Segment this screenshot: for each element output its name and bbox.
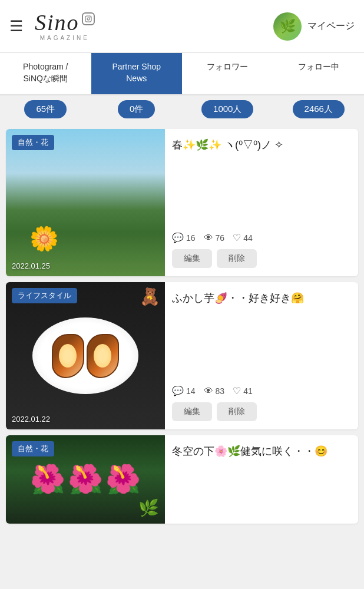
svg-point-2 xyxy=(90,17,91,18)
post-stats-1: 💬 16 👁 76 ♡ 44 xyxy=(172,232,351,243)
view-count-2: 83 xyxy=(216,386,225,396)
count-photogram: 65件 xyxy=(0,95,91,123)
edit-button-2[interactable]: 編集 xyxy=(172,402,212,421)
comment-count-2: 14 xyxy=(186,386,196,396)
tab-partner[interactable]: Partner ShopNews xyxy=(91,53,183,94)
potato-plate xyxy=(32,317,138,394)
post-content-3: 冬空の下🌸🌿健気に咲く・・😊 xyxy=(165,435,358,524)
post-title-3: 冬空の下🌸🌿健気に咲く・・😊 xyxy=(172,444,351,515)
post-actions-1: 編集 削除 xyxy=(172,249,351,268)
count-follower: 1000人 xyxy=(182,95,273,123)
flower-1: 🌺 xyxy=(30,463,65,496)
logo-row: Sino xyxy=(35,11,95,34)
leaf-icon: 🌿 xyxy=(138,498,159,518)
edit-button-1[interactable]: 編集 xyxy=(172,249,212,268)
flower-2: 🌺 xyxy=(68,463,103,496)
comment-icon-1: 💬 xyxy=(172,232,184,243)
tabs: Photogram /SiNQな瞬間 Partner ShopNews フォロワ… xyxy=(0,53,364,95)
post-category-2: ライフスタイル xyxy=(12,288,77,303)
flower-3: 🌺 xyxy=(105,463,141,496)
potato-piece-1 xyxy=(52,334,84,378)
header-left: ☰ Sino MAGAZINE xyxy=(9,11,95,41)
comment-count-1: 16 xyxy=(186,233,196,243)
post-image-2: 🧸 xyxy=(6,282,165,429)
instagram-icon xyxy=(82,12,95,25)
delete-button-2[interactable]: 削除 xyxy=(217,402,257,421)
post-actions-2: 編集 削除 xyxy=(172,402,351,421)
counts-row: 65件 0件 1000人 2466人 xyxy=(0,95,364,123)
post-category-1: 自然・花 xyxy=(12,135,54,150)
photogram-count: 65件 xyxy=(24,100,67,118)
logo-area: Sino MAGAZINE xyxy=(35,11,95,41)
post-card-3: 自然・花 🌺 🌺 🌺 🌿 冬空の下🌸🌿健気に咲く・・😊 xyxy=(6,435,358,524)
my-page-link[interactable]: 🌿 マイページ xyxy=(273,12,355,41)
like-count-1: 44 xyxy=(243,233,253,243)
view-count-1: 76 xyxy=(216,233,225,243)
like-stat-1: ♡ 44 xyxy=(233,232,253,243)
svg-point-1 xyxy=(87,18,90,20)
delete-button-1[interactable]: 削除 xyxy=(217,249,257,268)
like-icon-2: ♡ xyxy=(233,385,241,396)
hamburger-icon[interactable]: ☰ xyxy=(9,17,23,35)
tab-following[interactable]: フォロー中 xyxy=(273,53,365,94)
post-image-wrap-3: 自然・花 🌺 🌺 🌺 🌿 xyxy=(6,435,165,524)
my-page-label: マイページ xyxy=(307,20,355,32)
like-icon-1: ♡ xyxy=(233,232,241,243)
post-category-3: 自然・花 xyxy=(12,441,54,456)
post-image-wrap-1: 自然・花 2022.01.25 xyxy=(6,129,165,276)
post-date-1: 2022.01.25 xyxy=(12,262,50,270)
comment-icon-2: 💬 xyxy=(172,385,184,396)
comment-stat-2: 💬 14 xyxy=(172,385,196,396)
post-title-2: ふかし芋🍠・・好き好き🤗 xyxy=(172,290,351,379)
post-content-2: ふかし芋🍠・・好き好き🤗 💬 14 👁 83 ♡ 41 編集 削除 xyxy=(165,282,358,429)
post-stats-2: 💬 14 👁 83 ♡ 41 xyxy=(172,385,351,396)
posts-container: 自然・花 2022.01.25 春✨🌿✨ ヽ(⁰▽⁰)ノ ✧ 💬 16 👁 76… xyxy=(0,123,364,530)
view-icon-1: 👁 xyxy=(204,233,213,243)
like-count-2: 41 xyxy=(243,386,253,396)
potato-piece-2 xyxy=(87,334,119,378)
magazine-label: MAGAZINE xyxy=(40,35,90,41)
view-icon-2: 👁 xyxy=(204,386,213,396)
post-content-1: 春✨🌿✨ ヽ(⁰▽⁰)ノ ✧ 💬 16 👁 76 ♡ 44 編集 削除 xyxy=(165,129,358,276)
post-date-2: 2022.01.22 xyxy=(12,415,50,423)
svg-rect-0 xyxy=(85,16,91,22)
post-card-2: ライフスタイル 🧸 2022.01.22 ふかし芋🍠・・好き好き🤗 💬 14 👁 xyxy=(6,282,358,429)
partner-count: 0件 xyxy=(118,100,155,118)
post-image-wrap-2: ライフスタイル 🧸 2022.01.22 xyxy=(6,282,165,429)
like-stat-2: ♡ 41 xyxy=(233,385,253,396)
avatar: 🌿 xyxy=(273,12,302,41)
post-title-1: 春✨🌿✨ ヽ(⁰▽⁰)ノ ✧ xyxy=(172,137,351,226)
tab-photogram[interactable]: Photogram /SiNQな瞬間 xyxy=(0,53,91,94)
count-following: 2466人 xyxy=(273,95,365,123)
post-card-1: 自然・花 2022.01.25 春✨🌿✨ ヽ(⁰▽⁰)ノ ✧ 💬 16 👁 76… xyxy=(6,129,358,276)
logo-text: Sino xyxy=(35,11,80,34)
view-stat-2: 👁 83 xyxy=(204,386,225,396)
count-partner: 0件 xyxy=(91,95,183,123)
tab-follower[interactable]: フォロワー xyxy=(182,53,273,94)
header: ☰ Sino MAGAZINE 🌿 マイページ xyxy=(0,0,364,53)
follower-count: 1000人 xyxy=(201,100,253,118)
view-stat-1: 👁 76 xyxy=(204,233,225,243)
comment-stat-1: 💬 16 xyxy=(172,232,196,243)
following-count: 2466人 xyxy=(293,100,345,118)
bear-sticker: 🧸 xyxy=(140,287,160,306)
post-image-1 xyxy=(6,129,165,276)
